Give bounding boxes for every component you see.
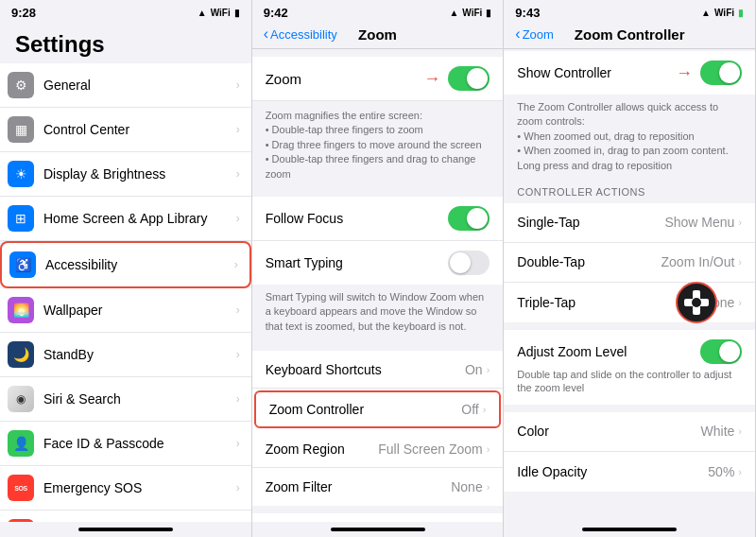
smart-typing-toggle[interactable]	[448, 251, 490, 275]
single-tap-row[interactable]: Single-Tap Show Menu ›	[504, 203, 755, 243]
nav-back-label: Accessibility	[270, 27, 337, 42]
zoom-filter-chevron: ›	[487, 481, 490, 493]
follow-focus-label: Follow Focus	[266, 211, 343, 226]
settings-item-emergency-sos[interactable]: SOS Emergency SOS ›	[0, 466, 251, 511]
wallpaper-glyph: 🌅	[13, 303, 29, 318]
zoom-filter-row[interactable]: Zoom Filter None ›	[252, 468, 504, 506]
settings-item-wallpaper[interactable]: 🌅 Wallpaper ›	[0, 288, 251, 333]
zoom-controller-label: Zoom Controller	[269, 402, 364, 417]
face-id-chevron: ›	[236, 437, 240, 450]
color-row[interactable]: Color White ›	[504, 412, 755, 452]
nav-bar-2: ‹ Accessibility Zoom	[252, 22, 504, 49]
nav-back-zoom[interactable]: ‹ Zoom	[515, 26, 554, 43]
zc-desc-line2: • When zoomed in, drag to pan zoom conte…	[517, 145, 728, 170]
smart-typing-desc: Smart Typing will switch to Window Zoom …	[252, 285, 504, 343]
control-center-label: Control Center	[43, 122, 236, 137]
home-indicator-1	[78, 528, 173, 531]
settings-item-control-center[interactable]: ▦ Control Center ›	[0, 108, 251, 152]
settings-item-home-screen[interactable]: ⊞ Home Screen & App Library ›	[0, 197, 251, 241]
controller-actions-label: CONTROLLER ACTIONS	[504, 181, 755, 201]
zoom-region-row[interactable]: Zoom Region Full Screen Zoom ›	[252, 430, 504, 468]
standby-icon: 🌙	[8, 341, 34, 368]
triple-tap-chevron: ›	[738, 297, 742, 308]
show-controller-toggle[interactable]	[700, 61, 742, 85]
zc-content: Show Controller → The Zoom Controller al…	[504, 49, 755, 522]
adjust-zoom-label: Adjust Zoom Level	[517, 344, 627, 359]
zoom-controller-panel: 9:43 ▲ WiFi ▮ ‹ Zoom Zoom Controller Sho…	[504, 0, 756, 537]
single-tap-value: Show Menu ›	[664, 215, 742, 230]
status-icons-1: ▲ WiFi ▮	[198, 8, 240, 18]
control-center-chevron: ›	[236, 123, 240, 136]
status-icons-2: ▲ WiFi ▮	[449, 8, 491, 18]
follow-focus-section: Follow Focus Smart Typing	[252, 197, 504, 285]
control-center-glyph: ▦	[15, 122, 27, 137]
general-icon: ⚙	[8, 72, 34, 98]
adjust-zoom-toggle[interactable]	[700, 339, 742, 364]
show-controller-label: Show Controller	[517, 65, 611, 80]
settings-item-standby[interactable]: 🌙 StandBy ›	[0, 333, 251, 377]
general-icon-glyph: ⚙	[15, 78, 27, 93]
general-chevron: ›	[236, 78, 240, 92]
home-screen-chevron: ›	[236, 212, 240, 225]
zc-description: The Zoom Controller allows quick access …	[504, 95, 755, 181]
nav-bar-3: ‹ Zoom Zoom Controller	[504, 22, 755, 49]
adjust-zoom-desc: Double tap and slide on the controller t…	[517, 368, 742, 395]
show-controller-toggle-area: →	[676, 61, 742, 85]
mirroring-row: Show while Mirroring	[252, 513, 504, 522]
status-bar-2: 9:42 ▲ WiFi ▮	[252, 0, 504, 22]
control-center-icon: ▦	[8, 116, 34, 143]
siri-chevron: ›	[236, 392, 240, 406]
standby-chevron: ›	[236, 348, 240, 361]
zoom-toggle[interactable]	[448, 66, 490, 91]
smart-typing-label: Smart Typing	[266, 255, 343, 270]
settings-item-general[interactable]: ⚙ General ›	[0, 63, 251, 108]
triple-tap-row[interactable]: Triple-Tap None ›	[504, 283, 755, 322]
settings-item-siri[interactable]: ◉ Siri & Search ›	[0, 377, 251, 422]
smart-typing-desc-text: Smart Typing will switch to Window Zoom …	[266, 291, 485, 332]
face-id-label: Face ID & Passcode	[43, 436, 236, 451]
keyboard-shortcuts-label: Keyboard Shortcuts	[266, 362, 382, 377]
wifi-icon: WiFi	[211, 8, 231, 18]
zoom-filter-value: None ›	[451, 479, 490, 494]
zoom-filter-label: Zoom Filter	[266, 479, 333, 494]
keyboard-shortcuts-row[interactable]: Keyboard Shortcuts On ›	[252, 351, 504, 389]
nav-title-2: Zoom	[358, 26, 397, 43]
wallpaper-label: Wallpaper	[43, 303, 236, 318]
settings-item-display[interactable]: ☀ Display & Brightness ›	[0, 152, 251, 197]
adjust-zoom-row: Adjust Zoom Level Double tap and slide o…	[504, 330, 755, 405]
display-label: Display & Brightness	[43, 166, 236, 182]
battery-icon: ▮	[234, 8, 240, 18]
status-time-2: 9:42	[264, 6, 288, 20]
triple-tap-value: None ›	[703, 295, 742, 310]
settings-item-face-id[interactable]: 👤 Face ID & Passcode ›	[0, 422, 251, 466]
adjust-zoom-section: Adjust Zoom Level Double tap and slide o…	[504, 330, 755, 405]
nav-title-3: Zoom Controller	[575, 26, 685, 43]
back-arrow-icon: ‹	[264, 26, 268, 43]
color-chevron: ›	[738, 425, 742, 437]
color-label: Color	[517, 424, 548, 439]
display-glyph: ☀	[15, 166, 27, 182]
emergency-sos-label: Emergency SOS	[43, 480, 236, 495]
zoom-options-section: Keyboard Shortcuts On › Zoom Controller …	[252, 351, 504, 506]
keyboard-shortcuts-value: On ›	[465, 362, 490, 377]
sos-glyph: SOS	[14, 485, 26, 492]
siri-glyph: ◉	[16, 392, 26, 406]
wifi-icon-3: WiFi	[714, 8, 734, 18]
nav-back-accessibility[interactable]: ‹ Accessibility	[264, 26, 337, 43]
idle-opacity-row[interactable]: Idle Opacity 50% ›	[504, 452, 755, 492]
show-controller-arrow: →	[676, 63, 693, 83]
dpad-icon	[681, 287, 712, 318]
double-tap-row[interactable]: Double-Tap Zoom In/Out ›	[504, 243, 755, 283]
settings-item-accessibility[interactable]: ♿ Accessibility ›	[0, 241, 251, 288]
zoom-controller-row[interactable]: Zoom Controller Off ›	[254, 390, 502, 428]
idle-opacity-chevron: ›	[738, 466, 742, 477]
home-indicator-2	[331, 528, 425, 531]
follow-focus-toggle[interactable]	[448, 206, 490, 231]
wifi-icon-2: WiFi	[462, 8, 482, 18]
adjust-zoom-top: Adjust Zoom Level	[517, 339, 742, 364]
single-tap-label: Single-Tap	[517, 215, 579, 230]
double-tap-value: Zoom In/Out ›	[662, 254, 742, 269]
signal-icon-3: ▲	[701, 8, 711, 18]
settings-item-exposure[interactable]: ◎ Exposure Notifications ›	[0, 511, 251, 522]
keyboard-chevron: ›	[487, 364, 490, 375]
